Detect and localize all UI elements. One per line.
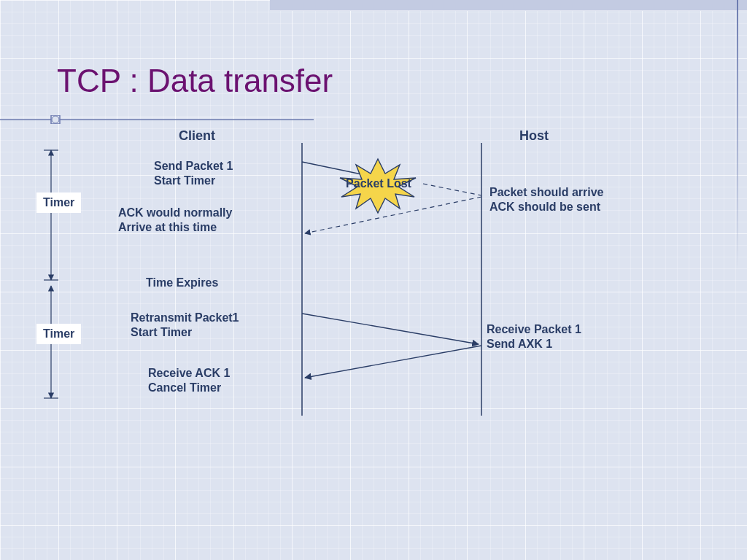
client-time-expires-label: Time Expires: [146, 276, 218, 290]
svg-line-13: [302, 314, 479, 344]
client-receive-ack-label: Receive ACK 1 Cancel Timer: [148, 366, 230, 395]
packet-lost-label: Packet Lost: [345, 177, 412, 190]
svg-line-11: [423, 184, 481, 195]
client-header: Client: [179, 128, 215, 144]
decorative-right-strip: [737, 0, 738, 270]
host-expected-label: Packet should arrive ACK should be sent: [489, 185, 604, 214]
client-send-packet-label: Send Packet 1 Start Timer: [154, 159, 233, 188]
timer-box-1: Timer: [36, 192, 81, 213]
client-ack-expected-label: ACK would normally Arrive at this time: [118, 206, 232, 235]
svg-rect-1: [51, 115, 60, 124]
client-retransmit-label: Retransmit Packet1 Start Timer: [131, 311, 239, 340]
svg-line-14: [305, 346, 481, 378]
svg-line-10: [302, 162, 379, 178]
host-receive-label: Receive Packet 1 Send AXK 1: [487, 322, 581, 351]
slide-title: TCP : Data transfer: [57, 63, 333, 99]
decorative-top-strip: [270, 0, 747, 11]
host-header: Host: [519, 128, 549, 144]
svg-line-12: [305, 197, 481, 233]
timer-box-2: Timer: [36, 324, 81, 344]
title-underline-decoration: [0, 114, 314, 122]
